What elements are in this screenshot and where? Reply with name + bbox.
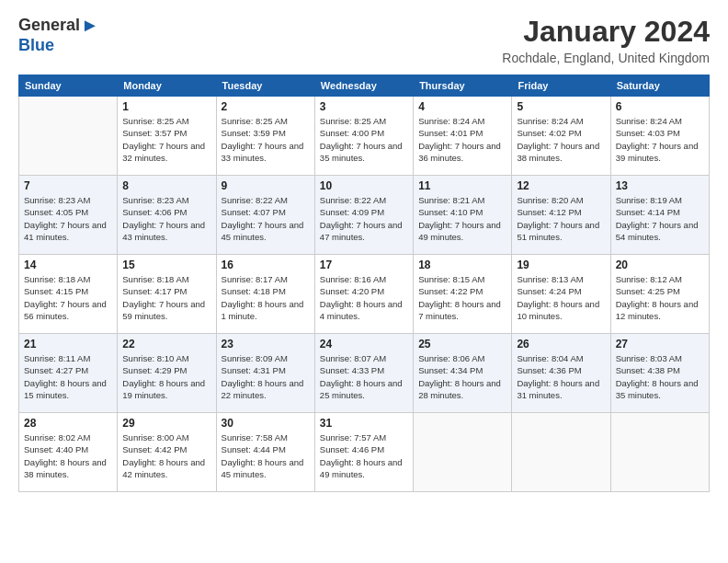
table-row: 20 Sunrise: 8:12 AMSunset: 4:25 PMDaylig… (610, 255, 709, 334)
day-number: 1 (122, 100, 210, 113)
table-row: 2 Sunrise: 8:25 AMSunset: 3:59 PMDayligh… (216, 97, 314, 176)
day-number: 27 (616, 338, 704, 350)
day-number: 28 (24, 417, 112, 430)
day-number: 15 (122, 259, 210, 271)
subtitle: Rochdale, England, United Kingdom (502, 51, 710, 65)
day-info: Sunrise: 8:16 AMSunset: 4:20 PMDaylight:… (320, 273, 408, 322)
day-info: Sunrise: 8:00 AMSunset: 4:42 PMDaylight:… (122, 431, 210, 480)
day-number: 7 (24, 179, 112, 192)
day-number: 17 (320, 259, 408, 271)
calendar-table: Sunday Monday Tuesday Wednesday Thursday… (18, 75, 710, 492)
table-row: 22 Sunrise: 8:10 AMSunset: 4:29 PMDaylig… (118, 334, 216, 413)
day-number: 5 (517, 100, 605, 113)
day-number: 2 (222, 100, 310, 113)
day-info: Sunrise: 8:20 AMSunset: 4:12 PMDaylight:… (517, 194, 605, 243)
day-info: Sunrise: 8:18 AMSunset: 4:17 PMDaylight:… (122, 273, 210, 322)
header-friday: Friday (512, 75, 610, 97)
day-number: 30 (222, 417, 310, 430)
day-info: Sunrise: 8:23 AMSunset: 4:05 PMDaylight:… (24, 194, 112, 243)
table-row (414, 413, 512, 492)
day-info: Sunrise: 7:58 AMSunset: 4:44 PMDaylight:… (222, 431, 310, 480)
day-number: 29 (122, 417, 210, 430)
day-info: Sunrise: 8:23 AMSunset: 4:06 PMDaylight:… (122, 194, 210, 243)
table-row: 21 Sunrise: 8:11 AMSunset: 4:27 PMDaylig… (19, 334, 118, 413)
main-title: January 2024 (502, 15, 710, 49)
day-number: 8 (122, 179, 210, 192)
day-info: Sunrise: 8:19 AMSunset: 4:14 PMDaylight:… (616, 194, 704, 243)
table-row: 12 Sunrise: 8:20 AMSunset: 4:12 PMDaylig… (512, 176, 610, 255)
table-row: 28 Sunrise: 8:02 AMSunset: 4:40 PMDaylig… (19, 413, 118, 492)
header-sunday: Sunday (19, 75, 118, 97)
day-info: Sunrise: 8:25 AMSunset: 4:00 PMDaylight:… (320, 115, 408, 164)
calendar-week-row: 7 Sunrise: 8:23 AMSunset: 4:05 PMDayligh… (19, 176, 710, 255)
table-row: 24 Sunrise: 8:07 AMSunset: 4:33 PMDaylig… (314, 334, 413, 413)
day-number: 14 (24, 259, 112, 271)
header: General ► Blue January 2024 Rochdale, En… (18, 15, 710, 65)
table-row: 29 Sunrise: 8:00 AMSunset: 4:42 PMDaylig… (118, 413, 216, 492)
day-info: Sunrise: 8:10 AMSunset: 4:29 PMDaylight:… (122, 352, 210, 401)
table-row: 14 Sunrise: 8:18 AMSunset: 4:15 PMDaylig… (19, 255, 118, 334)
day-number: 4 (418, 100, 506, 113)
day-info: Sunrise: 8:21 AMSunset: 4:10 PMDaylight:… (418, 194, 506, 243)
calendar-week-row: 21 Sunrise: 8:11 AMSunset: 4:27 PMDaylig… (19, 334, 710, 413)
day-number: 22 (122, 338, 210, 350)
day-number: 6 (616, 100, 704, 113)
table-row: 30 Sunrise: 7:58 AMSunset: 4:44 PMDaylig… (216, 413, 314, 492)
table-row: 10 Sunrise: 8:22 AMSunset: 4:09 PMDaylig… (314, 176, 413, 255)
day-info: Sunrise: 8:12 AMSunset: 4:25 PMDaylight:… (616, 273, 704, 322)
day-info: Sunrise: 8:17 AMSunset: 4:18 PMDaylight:… (222, 273, 310, 322)
table-row: 26 Sunrise: 8:04 AMSunset: 4:36 PMDaylig… (512, 334, 610, 413)
day-info: Sunrise: 8:07 AMSunset: 4:33 PMDaylight:… (320, 352, 408, 401)
header-wednesday: Wednesday (314, 75, 413, 97)
table-row: 5 Sunrise: 8:24 AMSunset: 4:02 PMDayligh… (512, 97, 610, 176)
day-info: Sunrise: 8:15 AMSunset: 4:22 PMDaylight:… (418, 273, 506, 322)
table-row: 23 Sunrise: 8:09 AMSunset: 4:31 PMDaylig… (216, 334, 314, 413)
table-row (19, 97, 118, 176)
table-row: 19 Sunrise: 8:13 AMSunset: 4:24 PMDaylig… (512, 255, 610, 334)
table-row: 31 Sunrise: 7:57 AMSunset: 4:46 PMDaylig… (314, 413, 413, 492)
title-block: January 2024 Rochdale, England, United K… (502, 15, 710, 65)
table-row: 16 Sunrise: 8:17 AMSunset: 4:18 PMDaylig… (216, 255, 314, 334)
day-info: Sunrise: 8:13 AMSunset: 4:24 PMDaylight:… (517, 273, 605, 322)
day-info: Sunrise: 8:24 AMSunset: 4:02 PMDaylight:… (517, 115, 605, 164)
day-number: 31 (320, 417, 408, 430)
table-row: 7 Sunrise: 8:23 AMSunset: 4:05 PMDayligh… (19, 176, 118, 255)
calendar-header-row: Sunday Monday Tuesday Wednesday Thursday… (19, 75, 710, 97)
day-info: Sunrise: 8:18 AMSunset: 4:15 PMDaylight:… (24, 273, 112, 322)
logo-blue: Blue (18, 36, 54, 55)
table-row: 13 Sunrise: 8:19 AMSunset: 4:14 PMDaylig… (610, 176, 709, 255)
day-info: Sunrise: 8:24 AMSunset: 4:03 PMDaylight:… (616, 115, 704, 164)
day-number: 20 (616, 259, 704, 271)
day-number: 12 (517, 179, 605, 192)
table-row: 6 Sunrise: 8:24 AMSunset: 4:03 PMDayligh… (610, 97, 709, 176)
table-row: 17 Sunrise: 8:16 AMSunset: 4:20 PMDaylig… (314, 255, 413, 334)
table-row: 3 Sunrise: 8:25 AMSunset: 4:00 PMDayligh… (314, 97, 413, 176)
table-row: 18 Sunrise: 8:15 AMSunset: 4:22 PMDaylig… (414, 255, 512, 334)
logo-arrow-icon: ► (81, 15, 99, 36)
day-number: 16 (222, 259, 310, 271)
table-row: 9 Sunrise: 8:22 AMSunset: 4:07 PMDayligh… (216, 176, 314, 255)
table-row: 15 Sunrise: 8:18 AMSunset: 4:17 PMDaylig… (118, 255, 216, 334)
day-number: 3 (320, 100, 408, 113)
table-row: 1 Sunrise: 8:25 AMSunset: 3:57 PMDayligh… (118, 97, 216, 176)
header-saturday: Saturday (610, 75, 709, 97)
day-info: Sunrise: 8:22 AMSunset: 4:07 PMDaylight:… (222, 194, 310, 243)
day-number: 11 (418, 179, 506, 192)
day-info: Sunrise: 7:57 AMSunset: 4:46 PMDaylight:… (320, 431, 408, 480)
page: General ► Blue January 2024 Rochdale, En… (0, 0, 728, 563)
day-number: 19 (517, 259, 605, 271)
day-info: Sunrise: 8:25 AMSunset: 3:59 PMDaylight:… (222, 115, 310, 164)
table-row: 27 Sunrise: 8:03 AMSunset: 4:38 PMDaylig… (610, 334, 709, 413)
header-tuesday: Tuesday (216, 75, 314, 97)
day-info: Sunrise: 8:04 AMSunset: 4:36 PMDaylight:… (517, 352, 605, 401)
table-row (610, 413, 709, 492)
table-row: 25 Sunrise: 8:06 AMSunset: 4:34 PMDaylig… (414, 334, 512, 413)
day-info: Sunrise: 8:22 AMSunset: 4:09 PMDaylight:… (320, 194, 408, 243)
day-number: 24 (320, 338, 408, 350)
day-info: Sunrise: 8:09 AMSunset: 4:31 PMDaylight:… (222, 352, 310, 401)
day-info: Sunrise: 8:11 AMSunset: 4:27 PMDaylight:… (24, 352, 112, 401)
table-row (512, 413, 610, 492)
day-number: 18 (418, 259, 506, 271)
day-number: 9 (222, 179, 310, 192)
header-thursday: Thursday (414, 75, 512, 97)
